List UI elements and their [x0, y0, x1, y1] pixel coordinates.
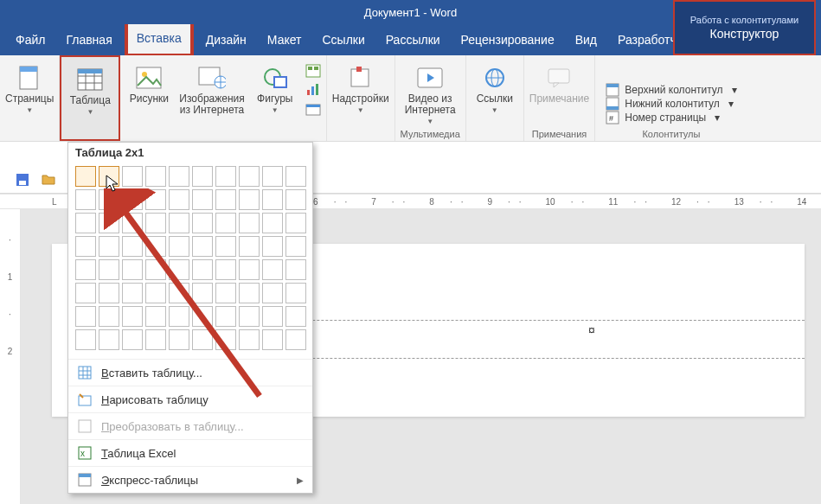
grid-cell[interactable]	[99, 236, 119, 257]
addins-button[interactable]: Надстройки ▼	[332, 59, 389, 114]
grid-cell[interactable]	[215, 236, 236, 257]
grid-cell[interactable]	[192, 259, 213, 280]
draw-table-menu[interactable]: Нарисовать таблицу	[68, 386, 312, 412]
grid-cell[interactable]	[169, 329, 189, 350]
grid-cell[interactable]	[75, 329, 96, 350]
grid-cell[interactable]	[215, 166, 236, 187]
grid-cell[interactable]	[169, 283, 189, 303]
grid-cell[interactable]	[285, 189, 306, 210]
grid-cell[interactable]	[262, 189, 283, 210]
quick-tables-menu[interactable]: Экспресс-таблицы ▶	[68, 466, 312, 493]
grid-cell[interactable]	[75, 259, 96, 280]
grid-cell[interactable]	[239, 283, 260, 303]
shapes-button[interactable]: Фигуры ▼	[252, 59, 298, 114]
grid-cell[interactable]	[262, 306, 283, 327]
footer-button[interactable]: Нижний колонтитул▾	[606, 98, 736, 110]
grid-cell[interactable]	[122, 259, 143, 280]
grid-cell[interactable]	[99, 329, 119, 350]
insert-table-menu[interactable]: Вставить таблицу...	[68, 359, 312, 386]
tab-file[interactable]: Файл	[7, 26, 54, 55]
pictures-button[interactable]: Рисунки	[125, 59, 172, 105]
page-number-button[interactable]: # Номер страницы▾	[606, 112, 736, 124]
grid-cell[interactable]	[215, 189, 236, 210]
links-button[interactable]: Ссылки ▼	[471, 59, 518, 114]
grid-cell[interactable]	[192, 213, 213, 233]
grid-cell[interactable]	[192, 283, 213, 303]
grid-cell[interactable]	[192, 329, 213, 350]
grid-cell[interactable]	[262, 283, 283, 303]
grid-cell[interactable]	[239, 306, 260, 327]
grid-cell[interactable]	[262, 329, 283, 350]
grid-cell[interactable]	[75, 283, 96, 303]
chart-icon[interactable]	[305, 83, 321, 97]
grid-cell[interactable]	[285, 283, 306, 303]
pages-button[interactable]: Страницы ▼	[5, 59, 54, 114]
grid-cell[interactable]	[99, 259, 119, 280]
tab-review[interactable]: Рецензирование	[452, 26, 563, 55]
grid-cell[interactable]	[262, 236, 283, 257]
header-button[interactable]: Верхний колонтитул▾	[606, 84, 736, 96]
tab-insert[interactable]: Вставка	[126, 22, 192, 54]
grid-cell[interactable]	[99, 283, 119, 303]
grid-cell[interactable]	[192, 189, 213, 210]
grid-cell[interactable]	[122, 283, 143, 303]
grid-cell[interactable]	[262, 166, 283, 187]
online-pictures-button[interactable]: Изображенияиз Интернета	[179, 59, 244, 116]
grid-cell[interactable]	[262, 259, 283, 280]
grid-cell[interactable]	[262, 213, 283, 233]
grid-cell[interactable]	[145, 329, 166, 350]
tab-layout[interactable]: Макет	[259, 26, 311, 55]
tab-design[interactable]: Дизайн	[197, 26, 255, 55]
grid-cell[interactable]	[99, 189, 119, 210]
grid-cell[interactable]	[239, 189, 260, 210]
grid-cell[interactable]	[169, 166, 189, 187]
grid-cell[interactable]	[215, 213, 236, 233]
grid-cell[interactable]	[285, 213, 306, 233]
context-tab-header-footer[interactable]: Работа с колонтитулами Конструктор	[673, 0, 816, 55]
grid-cell[interactable]	[99, 213, 119, 233]
grid-cell[interactable]	[215, 329, 236, 350]
save-icon[interactable]	[16, 173, 31, 188]
grid-cell[interactable]	[145, 166, 166, 187]
grid-cell[interactable]	[192, 236, 213, 257]
grid-cell[interactable]	[122, 306, 143, 327]
grid-cell[interactable]	[169, 306, 189, 327]
grid-cell[interactable]	[122, 329, 143, 350]
grid-cell[interactable]	[239, 236, 260, 257]
grid-cell[interactable]	[239, 259, 260, 280]
grid-cell[interactable]	[285, 259, 306, 280]
grid-cell[interactable]	[192, 166, 213, 187]
grid-cell[interactable]	[145, 306, 166, 327]
grid-cell[interactable]	[122, 236, 143, 257]
grid-cell[interactable]	[145, 259, 166, 280]
grid-cell[interactable]	[215, 283, 236, 303]
excel-table-menu[interactable]: x Таблица Excel	[68, 439, 312, 466]
grid-cell[interactable]	[99, 166, 119, 187]
grid-cell[interactable]	[122, 189, 143, 210]
tab-home[interactable]: Главная	[57, 26, 120, 55]
grid-cell[interactable]	[285, 306, 306, 327]
grid-cell[interactable]	[145, 213, 166, 233]
grid-cell[interactable]	[169, 236, 189, 257]
grid-cell[interactable]	[239, 166, 260, 187]
grid-cell[interactable]	[239, 329, 260, 350]
grid-cell[interactable]	[122, 213, 143, 233]
grid-cell[interactable]	[285, 236, 306, 257]
grid-cell[interactable]	[169, 213, 189, 233]
screenshot-icon[interactable]	[305, 102, 321, 116]
grid-cell[interactable]	[75, 213, 96, 233]
grid-cell[interactable]	[145, 283, 166, 303]
vertical-ruler[interactable]: ·1·2	[0, 209, 21, 504]
tab-references[interactable]: Ссылки	[313, 26, 373, 55]
grid-cell[interactable]	[145, 189, 166, 210]
grid-cell[interactable]	[122, 166, 143, 187]
grid-cell[interactable]	[192, 306, 213, 327]
smartart-icon[interactable]	[305, 64, 321, 78]
grid-cell[interactable]	[75, 166, 96, 187]
grid-cell[interactable]	[285, 329, 306, 350]
table-grid-picker[interactable]	[68, 163, 312, 359]
grid-cell[interactable]	[285, 166, 306, 187]
grid-cell[interactable]	[215, 306, 236, 327]
online-video-button[interactable]: Видео изИнтернета ▼	[405, 59, 456, 125]
grid-cell[interactable]	[169, 259, 189, 280]
